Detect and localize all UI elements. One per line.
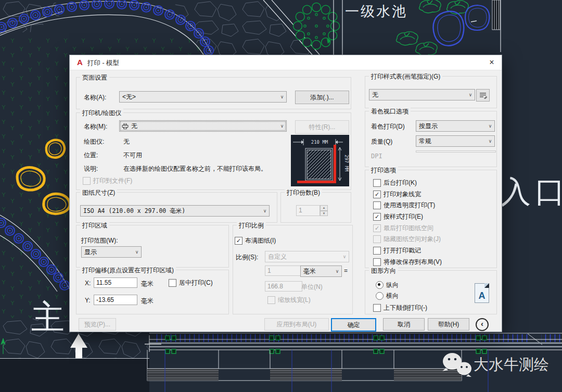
scale-lineweights-checkbox[interactable]: 缩放线宽(L)	[267, 296, 311, 305]
plotter-label: 绘图仪:	[84, 137, 104, 146]
fit-to-paper-checkbox[interactable]: ✓ 布满图纸(I)	[235, 236, 276, 245]
scale-value: 自定义	[265, 252, 340, 261]
checkbox-label: 打开打印戳记	[384, 246, 421, 255]
dropdown-arrow-icon: ∨	[333, 269, 341, 274]
less-options-button[interactable]: ‹	[476, 318, 489, 331]
orientation-paper-icon: A	[475, 283, 489, 303]
portrait-radio[interactable]: 纵向	[376, 281, 399, 289]
printer-name-select[interactable]: 无 ∨	[119, 120, 287, 132]
printer-name-label: 名称(M):	[84, 122, 107, 131]
scale-select[interactable]: 自定义 ∨	[265, 251, 349, 262]
offset-x-input[interactable]: 11.55	[94, 277, 137, 288]
checkbox-label: 最后打印图纸空间	[384, 224, 433, 233]
offset-x-label: X:	[85, 280, 91, 287]
checkbox-box	[83, 177, 91, 185]
radio-label: 纵向	[386, 281, 399, 289]
checkbox-label: 隐藏图纸空间对象(J)	[384, 235, 441, 244]
checkbox-label: 后台打印(K)	[384, 179, 417, 187]
checkbox-box	[373, 235, 381, 243]
dropdown-arrow-icon: ∨	[278, 94, 286, 99]
landscape-radio[interactable]: 横向	[376, 292, 399, 300]
option-paperspace-last[interactable]: ✓ 最后打印图纸空间	[373, 224, 433, 233]
option-hide-paperspace[interactable]: 隐藏图纸空间对象(J)	[373, 235, 441, 244]
dropdown-arrow-icon: ∨	[278, 123, 286, 129]
offset-y-input[interactable]: -13.65	[94, 295, 137, 305]
checkbox-label: 上下颠倒打印(-)	[384, 304, 427, 312]
group-plot-offset: 打印偏移(原点设置在可打印区域)	[76, 270, 229, 314]
quality-label: 质量(Q)	[371, 137, 392, 146]
center-plot-checkbox[interactable]: 居中打印(C)	[169, 279, 213, 287]
scale-unit-value: 毫米	[301, 267, 333, 276]
paper-fold-corner	[484, 283, 489, 288]
page-setup-name-select[interactable]: <无> ∨	[119, 91, 287, 103]
paper-size-select[interactable]: ISO A4 (210.00 x 297.00 毫米) ∨	[80, 205, 270, 217]
plot-range-select[interactable]: 显示 ∨	[81, 246, 142, 258]
group-legend: 图形方向	[369, 267, 398, 275]
dropdown-arrow-icon: ∨	[486, 123, 494, 129]
dropdown-arrow-icon: ∨	[261, 208, 269, 213]
option-plot-stamp[interactable]: 打开打印戳记	[373, 246, 421, 255]
quality-value: 常规	[416, 137, 486, 146]
check-icon: ✓	[375, 225, 379, 231]
shade-plot-select[interactable]: 按显示 ∨	[416, 120, 495, 132]
plot-style-value: 无	[369, 91, 466, 99]
checkbox-box: ✓	[373, 213, 381, 221]
ok-button[interactable]: 确定	[331, 318, 376, 332]
check-icon: ✓	[375, 191, 379, 197]
option-background-plot[interactable]: 后台打印(K)	[373, 179, 417, 187]
close-icon[interactable]: ×	[487, 57, 497, 68]
quality-select[interactable]: 常规 ∨	[416, 135, 495, 147]
option-plot-with-styles[interactable]: ✓ 按样式打印(E)	[373, 212, 423, 221]
option-save-changes[interactable]: 将修改保存到布局(V)	[373, 258, 442, 267]
description-value: 在选择新的绘图仪配置名称之前，不能打印该布局。	[123, 165, 267, 173]
properties-button[interactable]: 特性(R)...	[295, 120, 349, 134]
checkbox-box: ✓	[373, 224, 381, 232]
checkbox-label: 居中打印(C)	[179, 279, 213, 287]
shade-plot-label: 着色打印(D)	[371, 122, 405, 131]
checkbox-label: 将修改保存到布局(V)	[384, 258, 442, 267]
checkbox-box	[373, 201, 381, 209]
copies-stepper[interactable]: 1 ▲ ▼	[296, 205, 328, 216]
scale-equals: =	[344, 267, 348, 274]
stepper-up-icon[interactable]: ▲	[320, 205, 328, 211]
group-legend: 打印份数(B)	[285, 188, 322, 197]
main-gate-label: 主	[31, 295, 65, 340]
scale-units-input[interactable]: 166.8	[265, 281, 302, 292]
stepper-down-icon[interactable]: ▼	[320, 211, 328, 217]
group-legend: 页面设置	[80, 73, 109, 82]
plot-to-file-checkbox[interactable]: 打印到文件(F)	[83, 176, 132, 185]
dpi-input[interactable]	[416, 150, 496, 153]
checkbox-box	[267, 296, 275, 304]
plot-style-select[interactable]: 无 ∨	[369, 89, 475, 100]
checkbox-box	[373, 247, 381, 255]
group-legend: 着色视口选项	[369, 107, 411, 116]
preview-height-dim: 297 MM	[344, 155, 349, 172]
checkbox-box: ✓	[235, 237, 242, 245]
option-plot-transparency[interactable]: 使用透明度打印(T)	[373, 201, 435, 210]
page-setup-name-value: <无>	[120, 93, 278, 102]
upside-down-checkbox[interactable]: 上下颠倒打印(-)	[373, 304, 427, 312]
dropdown-arrow-icon: ∨	[340, 254, 349, 259]
screen: 一级水池 入口 主 大水牛测绘 A 打印 - 模型 × 页面设置 名称(A): …	[0, 0, 562, 392]
group-legend: 打印样式表(画笔指定)(G)	[369, 72, 442, 81]
dialog-titlebar[interactable]: A 打印 - 模型 ×	[70, 55, 502, 70]
apply-to-layout-button[interactable]: 应用到布局(U)	[264, 318, 329, 331]
group-legend: 打印选项	[369, 166, 398, 175]
group-legend: 打印区域	[80, 221, 109, 230]
scale-unit-select[interactable]: 毫米 ∨	[300, 265, 342, 277]
preview-width-dim: 210 MM	[311, 140, 328, 145]
checkbox-box	[373, 304, 381, 312]
watermark-text: 大水牛测绘	[474, 355, 549, 375]
scale-units-label: 单位(N)	[301, 283, 323, 292]
printer-name-value: 无	[129, 122, 278, 131]
add-button[interactable]: 添加(.)...	[295, 91, 349, 104]
help-button[interactable]: 帮助(H)	[428, 318, 469, 331]
radio-button	[376, 281, 384, 289]
option-plot-lineweights[interactable]: ✓ 打印对象线宽	[373, 190, 421, 199]
cancel-button[interactable]: 取消	[383, 318, 425, 331]
scale-mm-input[interactable]: 1	[265, 265, 302, 276]
edit-plot-style-button[interactable]	[476, 89, 490, 102]
preview-button[interactable]: 预览(P)...	[79, 318, 116, 331]
paper-letter: A	[475, 290, 489, 301]
group-legend: 图纸尺寸(Z)	[80, 188, 117, 197]
